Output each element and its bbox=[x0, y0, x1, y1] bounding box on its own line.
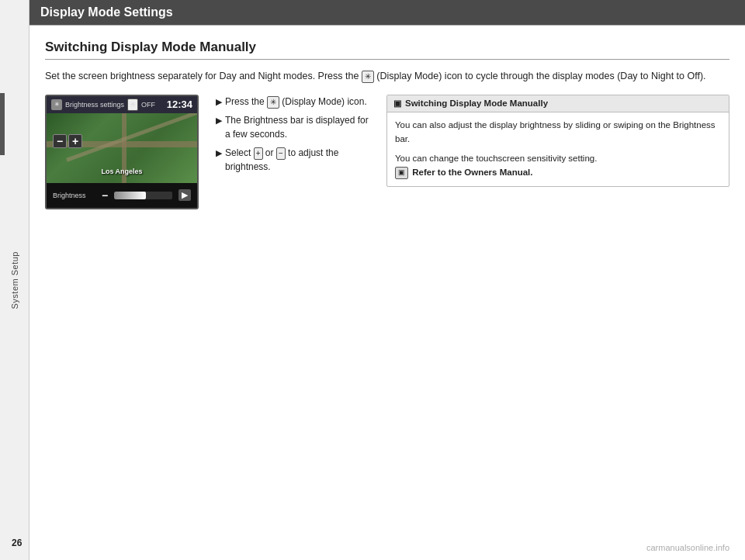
step-3-arrow: ▶ bbox=[216, 147, 222, 161]
step-3-text: Select + or − to adjust the brightness. bbox=[225, 146, 371, 174]
brightness-minus-btn[interactable]: − bbox=[102, 189, 108, 202]
brightness-settings-icon: ✳ bbox=[51, 99, 62, 110]
content-area: Switching Display Mode Manually Set the … bbox=[29, 26, 745, 217]
note-header-title: Switching Display Mode Manually bbox=[405, 99, 548, 108]
sidebar-accent-bar bbox=[0, 93, 5, 155]
watermark: carmanualsonline.info bbox=[646, 543, 729, 552]
body-text: Set the screen brightness separately for… bbox=[45, 69, 729, 84]
screen-top-bar: ✳ Brightness settings ✳ OFF 12:34 bbox=[47, 96, 197, 113]
brightness-confirm-btn[interactable]: ▶ bbox=[178, 189, 191, 201]
brightness-label: Brightness bbox=[53, 192, 95, 199]
step-2: ▶ The Brightness bar is displayed for a … bbox=[216, 113, 371, 141]
map-area: − + Los Angeles bbox=[47, 113, 197, 183]
brightness-settings-label: Brightness settings bbox=[65, 101, 124, 109]
header-title: Display Mode Settings bbox=[40, 5, 173, 19]
map-city-label: Los Angeles bbox=[101, 168, 142, 175]
header-bar: Display Mode Settings bbox=[29, 0, 745, 25]
brightness-bar-fill bbox=[114, 192, 146, 199]
step-2-text: The Brightness bar is displayed for a fe… bbox=[225, 113, 371, 141]
step-2-arrow: ▶ bbox=[216, 114, 222, 128]
brightness-bar[interactable] bbox=[114, 192, 172, 199]
display-mode-btn: ✳ bbox=[127, 99, 138, 111]
note-header: ▣ Switching Display Mode Manually bbox=[387, 95, 729, 112]
note-body-2-text: You can change the touchscreen sensitivi… bbox=[395, 154, 597, 163]
ref-icon: ▣ bbox=[395, 167, 408, 179]
step-1-text: Press the ✳ (Display Mode) icon. bbox=[225, 95, 367, 109]
step-1-display-mode-icon: ✳ bbox=[267, 96, 279, 109]
steps-list: ▶ Press the ✳ (Display Mode) icon. ▶ The… bbox=[216, 95, 371, 175]
screen-mockup: ✳ Brightness settings ✳ OFF 12:34 − + bbox=[45, 95, 199, 209]
section-title: Switching Display Mode Manually bbox=[45, 40, 729, 60]
page-number: 26 bbox=[12, 538, 22, 548]
note-col: ▣ Switching Display Mode Manually You ca… bbox=[386, 95, 729, 187]
note-paragraph-1: You can also adjust the display brightne… bbox=[395, 119, 721, 147]
sidebar: System Setup bbox=[0, 0, 29, 560]
ref-text: Refer to the Owners Manual. bbox=[412, 168, 532, 177]
sidebar-label: System Setup bbox=[10, 251, 19, 309]
display-mode-icon-inline: ✳ bbox=[362, 71, 374, 83]
screen-mockup-col: ✳ Brightness settings ✳ OFF 12:34 − + bbox=[45, 95, 200, 209]
note-box: ▣ Switching Display Mode Manually You ca… bbox=[386, 95, 729, 187]
off-label: OFF bbox=[141, 101, 155, 109]
step-3-plus-icon: + bbox=[254, 147, 263, 160]
step-3: ▶ Select + or − to adjust the brightness… bbox=[216, 146, 371, 174]
map-zoom-out-btn[interactable]: − bbox=[53, 134, 67, 148]
screen-top-left: ✳ Brightness settings ✳ OFF bbox=[51, 99, 155, 111]
screen-time: 12:34 bbox=[167, 99, 192, 110]
note-paragraph-2: You can change the touchscreen sensitivi… bbox=[395, 152, 721, 180]
note-body: You can also adjust the display brightne… bbox=[387, 112, 729, 186]
map-road-diagonal bbox=[67, 113, 197, 162]
step-3-minus-icon: − bbox=[276, 147, 286, 160]
steps-col: ▶ Press the ✳ (Display Mode) icon. ▶ The… bbox=[216, 95, 371, 179]
brightness-bottom-bar: Brightness − ▶ bbox=[47, 183, 197, 208]
main-content: Display Mode Settings Switching Display … bbox=[29, 0, 745, 560]
note-header-icon: ▣ bbox=[393, 99, 401, 109]
map-zoom-in-btn[interactable]: + bbox=[68, 134, 82, 148]
step-1-arrow: ▶ bbox=[216, 95, 222, 109]
step-1: ▶ Press the ✳ (Display Mode) icon. bbox=[216, 95, 371, 109]
two-column-layout: ✳ Brightness settings ✳ OFF 12:34 − + bbox=[45, 95, 729, 209]
